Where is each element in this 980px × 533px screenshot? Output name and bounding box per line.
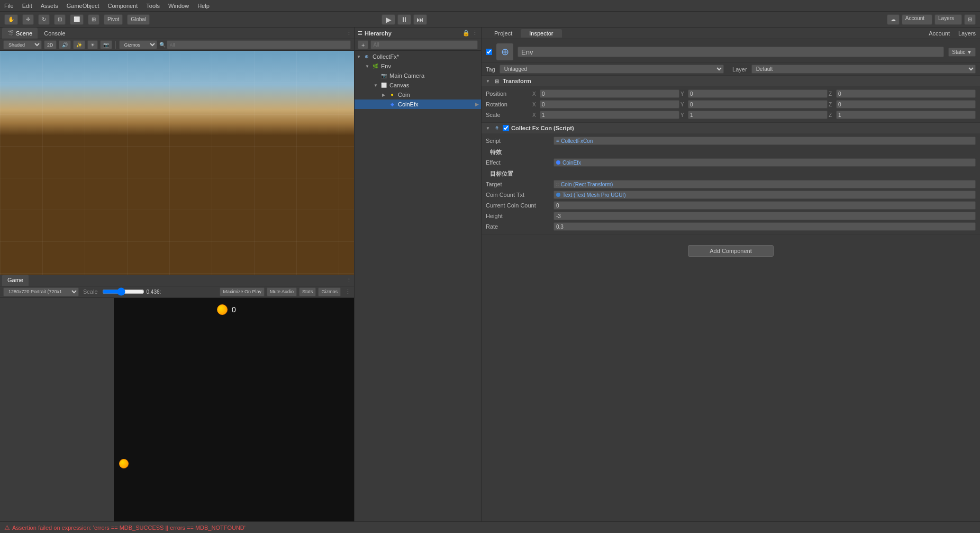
scale-x-input[interactable] [540,111,679,119]
rect-tool-btn[interactable]: ⬜ [70,14,84,25]
scene-search-input[interactable] [167,40,351,49]
transform-tool-btn[interactable]: ⊞ [88,14,99,25]
menu-help[interactable]: Help [197,3,210,9]
static-btn[interactable]: Static ▼ [948,48,976,57]
obj-name-field[interactable] [518,47,944,57]
hierarchy-item-maincamera[interactable]: 📷 Main Camera [355,71,481,80]
target-ref[interactable]: :: Coin (Rect Transform) [553,180,976,188]
menu-edit[interactable]: Edit [22,3,32,9]
scene-view[interactable] [0,51,354,275]
game-view[interactable]: 0 [0,298,354,522]
position-y-label: Y [680,91,687,97]
scene-panel-menu[interactable]: ⋮ [346,30,352,37]
game-tab[interactable]: Game [2,275,29,286]
gizmos-dropdown[interactable]: Gizmos [119,40,157,49]
hierarchy-lock[interactable]: 🔒 [462,30,470,37]
layers-dropdown[interactable]: Layers [934,14,962,25]
inspector-header: Project Inspector Account Layers [482,28,980,39]
game-panel-menu[interactable]: ⋮ [346,277,352,284]
script-header[interactable]: ▼ # Collect Fx Con (Script) [482,123,980,133]
mute-audio-btn[interactable]: Mute Audio [267,287,297,296]
hand-tool-btn[interactable]: ✋ [4,14,18,25]
hierarchy-item-canvas[interactable]: ▼ ⬜ Canvas [355,80,481,90]
menu-window[interactable]: Window [168,3,189,9]
account-tab[interactable]: Account [929,30,950,37]
inspector-tab[interactable]: Inspector [521,29,561,38]
transform-icon: ⊞ [493,77,501,85]
scene-lighting-btn[interactable]: ☀ [87,40,98,49]
coin-icon-top [217,304,228,315]
hierarchy-item-collectfx[interactable]: ▼ ⊕ CollectFx* [355,52,481,61]
menu-gameobject[interactable]: GameObject [67,3,99,9]
rotate-tool-btn[interactable]: ↻ [38,14,50,25]
effect-section-label: 特效 [486,146,976,157]
transform-header[interactable]: ▼ ⊞ Transform [482,76,980,86]
height-input[interactable] [553,212,976,220]
scale-slider[interactable] [102,287,144,296]
pivot-btn[interactable]: Pivot [104,14,123,25]
position-y-input[interactable] [688,89,828,98]
hierarchy-content[interactable]: ▼ ⊕ CollectFx* ▼ 🌿 Env 📷 Main Camera ▼ ⬜… [355,51,481,521]
project-tab[interactable]: Project [486,29,521,38]
icon-collectfx: ⊕ [363,53,370,60]
current-coin-input[interactable] [553,201,976,210]
hierarchy-item-env[interactable]: ▼ 🌿 Env [355,61,481,71]
position-x-input[interactable] [540,89,679,98]
effect-ref[interactable]: CoinEfx [553,158,976,167]
hierarchy-item-coinefx[interactable]: ◆ CoinEfx ▶ [355,100,481,109]
layer-dropdown[interactable]: Default [751,65,976,74]
main-area: 🎬 Scene Console ⋮ Shaded 2D 🔊 ✨ ☀ 📷 Gizm… [0,28,980,521]
2d-btn[interactable]: 2D [44,40,57,49]
tag-dropdown[interactable]: Untagged [500,65,724,74]
hierarchy-item-coin[interactable]: ▶ ● Coin [355,90,481,100]
rate-input[interactable] [553,222,976,231]
fx-btn[interactable]: ✨ [73,40,85,49]
move-tool-btn[interactable]: ✛ [22,14,34,25]
hierarchy-toolbar: + [355,39,481,51]
console-tab[interactable]: Console [39,28,70,39]
menu-assets[interactable]: Assets [41,3,58,9]
script-row: Script ≡ CollectFxCon [486,135,976,146]
obj-icon: ⊕ [496,43,513,60]
rotation-z-input[interactable] [836,100,976,109]
rotation-x-input[interactable] [540,100,679,109]
menu-tools[interactable]: Tools [146,3,160,9]
hierarchy-add-btn[interactable]: + [358,40,368,49]
layers-tab[interactable]: Layers [958,30,976,37]
hierarchy-search-input[interactable] [370,40,478,49]
play-btn[interactable]: ▶ [382,14,395,25]
current-coin-row: Current Coin Count [486,200,976,211]
scale-value: 0.436: [147,289,161,295]
collab-btn[interactable]: ☁ [887,14,900,25]
scale-y-input[interactable] [688,111,828,119]
scene-tab[interactable]: 🎬 Scene [2,28,38,39]
scale-y-label: Y [680,112,687,118]
account-dropdown[interactable]: Account [902,14,932,25]
scale-tool-btn[interactable]: ⊡ [54,14,66,25]
script-enabled-checkbox[interactable] [503,125,509,131]
script-ref[interactable]: ≡ CollectFxCon [553,137,976,145]
menu-component[interactable]: Component [107,3,138,9]
inspector-tab-right: Account Layers [929,30,976,37]
game-panel-options[interactable]: ⋮ [345,288,351,295]
rotation-y-input[interactable] [688,100,828,109]
position-z-input[interactable] [836,89,976,98]
hierarchy-menu[interactable]: ⋮ [472,30,478,37]
game-gizmos-btn[interactable]: Gizmos [318,287,341,296]
separator [115,41,116,49]
maximize-on-play-btn[interactable]: Maximize On Play [220,287,265,296]
global-btn[interactable]: Global [127,14,150,25]
audio-btn[interactable]: 🔊 [59,40,71,49]
stats-btn[interactable]: Stats [299,287,316,296]
scale-z-input[interactable] [836,111,976,119]
coin-count-txt-ref[interactable]: Text (Text Mesh Pro UGUI) [553,191,976,199]
resolution-dropdown[interactable]: 1280x720 Portrait (720x1 [3,287,79,296]
step-btn[interactable]: ⏭ [413,14,427,25]
pause-btn[interactable]: ⏸ [397,14,411,25]
layout-btn[interactable]: ⊟ [964,14,976,25]
obj-active-checkbox[interactable] [486,49,492,55]
add-component-btn[interactable]: Add Component [688,245,774,257]
shaded-dropdown[interactable]: Shaded [3,40,42,49]
scene-cam-btn[interactable]: 📷 [100,40,112,49]
menu-file[interactable]: File [4,3,14,9]
